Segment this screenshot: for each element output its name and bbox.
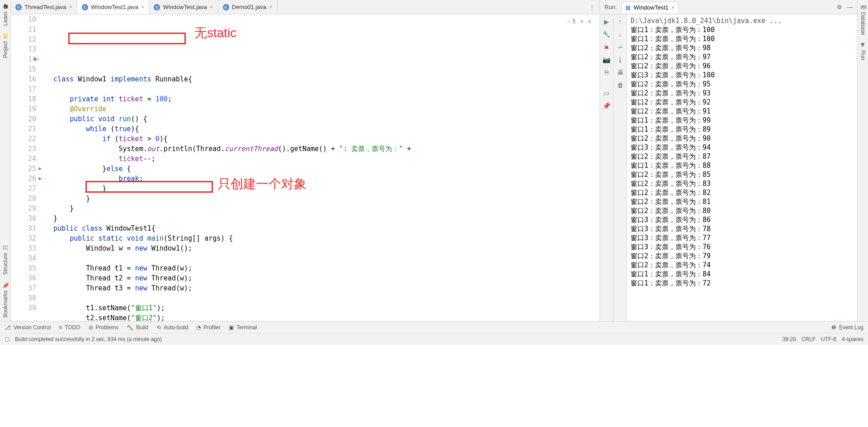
java-file-icon: C (223, 4, 229, 10)
annotation-text-2: 只创建一个对象 (218, 179, 307, 189)
editor-tabs: CThreadTest.java× CWindowTest1.java× CWi… (11, 0, 599, 14)
auto-build-label: Auto-build (164, 324, 188, 331)
bookmark-icon: 🔖 (2, 282, 9, 289)
database-label: Database (860, 12, 866, 35)
wrap-icon[interactable]: ⤶ (616, 43, 625, 52)
chevron-up-icon[interactable]: ∧ (580, 16, 584, 26)
auto-build-button[interactable]: ⟲Auto-build (156, 324, 188, 331)
run-tab-label: WindowTest1 (633, 4, 668, 11)
run-label: Run: (604, 4, 617, 10)
bookmarks-label: Bookmarks (2, 290, 9, 318)
tab-label: WindowTest1.java (91, 4, 138, 10)
file-encoding[interactable]: UTF-8 (821, 336, 836, 342)
todo-button[interactable]: ≡TODO (59, 324, 80, 331)
indent-setting[interactable]: 4 spaces (842, 336, 863, 342)
learn-label: Learn (2, 12, 9, 26)
folder-icon: 📁 (2, 33, 9, 39)
chevron-down-icon[interactable]: ∨ (588, 16, 591, 26)
warning-icon: ⚠ (567, 16, 571, 26)
right-tool-strip: 🗄Database ▶Run (857, 0, 868, 321)
close-icon[interactable]: × (210, 4, 213, 10)
structure-tool[interactable]: Structure☷ (1, 241, 10, 279)
down-icon[interactable]: ↓ (616, 30, 625, 39)
clear-icon[interactable]: 🗑 (616, 81, 625, 90)
java-file-icon: C (82, 4, 88, 10)
inspection-widget[interactable]: ⚠5 (567, 16, 576, 26)
problems-icon: ⊘ (89, 324, 93, 331)
event-log-label: Event Log (839, 324, 863, 331)
camera-icon[interactable]: 📷 (602, 55, 611, 64)
annotation-text-1: 无static (194, 28, 236, 38)
code-area[interactable]: 无static 只创建一个对象 class Window1 implements… (47, 14, 599, 321)
settings-icon[interactable]: ⚙ (837, 4, 842, 10)
run-strip-label: Run (860, 50, 866, 60)
console-output[interactable]: D:\Java\jdk1.8.0_241\bin\java.exe ...窗口1… (627, 14, 857, 321)
branch-icon: ⎇ (5, 324, 11, 331)
tab-label: ThreadTest.java (24, 4, 66, 10)
close-icon[interactable]: × (141, 4, 145, 10)
play-icon: ▶ (860, 42, 866, 48)
vcs-label: Version Control (14, 324, 51, 331)
profiler-icon: ◔ (196, 324, 201, 331)
database-tool[interactable]: 🗄Database (859, 0, 868, 38)
auto-build-icon: ⟲ (156, 324, 161, 331)
run-toolbar-left: ▶ 🔧 ■ 📷 ⎘ ▭ 📌 (600, 14, 613, 321)
project-tool[interactable]: Project📁 (1, 29, 10, 62)
hammer-icon: 🔨 (127, 324, 133, 331)
layout-icon[interactable]: ▭ (602, 89, 611, 98)
event-log-button[interactable]: ❶Event Log (831, 324, 863, 331)
build-label: Build (136, 324, 148, 331)
terminal-label: Terminal (236, 324, 257, 331)
annotation-box-1 (68, 33, 186, 44)
left-tool-strip: Learn🎓 Project📁 Structure☷ Bookmarks🔖 (0, 0, 11, 321)
structure-label: Structure (2, 253, 9, 275)
java-file-icon: C (15, 4, 22, 10)
rerun-icon[interactable]: ▶ (602, 17, 611, 26)
tab-label: Demo01.java (232, 4, 267, 10)
version-control-button[interactable]: ⎇Version Control (5, 324, 51, 331)
line-separator[interactable]: CRLF (802, 336, 816, 342)
editor-tab-demo01[interactable]: CDemo01.java× (218, 0, 278, 14)
bottom-toolbar: ⎇Version Control ≡TODO ⊘Problems 🔨Build … (0, 321, 868, 333)
tab-label: WindowTest.java (163, 4, 207, 10)
editor-panel: CThreadTest.java× CWindowTest1.java× CWi… (11, 0, 599, 321)
run-panel: Run: ▦WindowTest1× ⚙ — ▶ 🔧 ■ 📷 ⎘ ▭ 📌 ↑ ↓… (599, 0, 857, 321)
print-icon[interactable]: 🖶 (616, 68, 625, 77)
stop-icon[interactable]: ■ (602, 43, 611, 52)
run-tool[interactable]: ▶Run (859, 38, 868, 64)
notification-icon: ❶ (831, 324, 836, 331)
exit-icon[interactable]: ⎘ (602, 68, 611, 77)
bookmarks-tool[interactable]: Bookmarks🔖 (1, 279, 10, 321)
tab-overflow-icon[interactable]: ⋮ (585, 4, 599, 10)
up-icon[interactable]: ↑ (616, 17, 625, 26)
problems-label: Problems (96, 324, 119, 331)
structure-icon: ☷ (2, 245, 9, 251)
problems-button[interactable]: ⊘Problems (89, 324, 119, 331)
build-button[interactable]: 🔨Build (127, 324, 148, 331)
close-icon[interactable]: × (69, 4, 73, 10)
close-icon[interactable]: × (269, 4, 273, 10)
learn-tool[interactable]: Learn🎓 (1, 0, 10, 29)
editor-tab-threadtest[interactable]: CThreadTest.java× (11, 0, 77, 14)
wrench-icon[interactable]: 🔧 (602, 30, 611, 39)
tool-window-icon[interactable]: ▢ (5, 336, 9, 342)
project-label: Project (2, 41, 9, 58)
editor-tab-windowtest[interactable]: CWindowTest.java× (149, 0, 218, 14)
profiler-label: Profiler (203, 324, 221, 331)
todo-icon: ≡ (59, 324, 62, 331)
java-file-icon: C (154, 4, 160, 10)
minimize-icon[interactable]: — (847, 4, 853, 10)
run-header: Run: ▦WindowTest1× ⚙ — (600, 0, 857, 14)
editor-tab-windowtest1[interactable]: CWindowTest1.java× (77, 0, 149, 14)
editor-body[interactable]: ⚠5 ∧ ∨ 1011121314●↑151617181920212223242… (11, 14, 599, 321)
terminal-button[interactable]: ▣Terminal (229, 324, 257, 331)
line-gutter[interactable]: 1011121314●↑1516171819202122232425▶26▶27… (11, 14, 47, 321)
scroll-icon[interactable]: ⭳ (616, 55, 625, 64)
run-tab[interactable]: ▦WindowTest1× (621, 2, 679, 13)
pin-icon[interactable]: 📌 (602, 101, 611, 110)
terminal-icon: ▣ (229, 324, 234, 331)
caret-position[interactable]: 39:20 (783, 336, 796, 342)
run-toolbar-right: ↑ ↓ ⤶ ⭳ 🖶 🗑 (613, 14, 627, 321)
profiler-button[interactable]: ◔Profiler (196, 324, 221, 331)
close-icon[interactable]: × (671, 4, 675, 11)
